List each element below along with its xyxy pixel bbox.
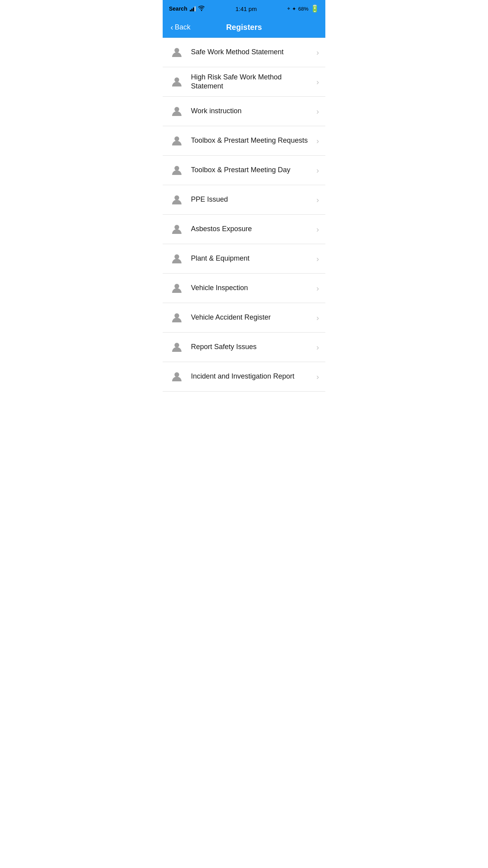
list-item-label: Work instruction <box>191 107 313 116</box>
person-icon <box>169 339 185 355</box>
chevron-right-icon: › <box>316 372 319 381</box>
person-icon <box>169 133 185 149</box>
person-icon <box>169 103 185 119</box>
list-item[interactable]: Vehicle Accident Register› <box>163 303 325 333</box>
svg-point-3 <box>174 136 179 141</box>
list-item-label: Toolbox & Prestart Meeting Day <box>191 166 313 175</box>
list-item[interactable]: Toolbox & Prestart Meeting Requests› <box>163 126 325 156</box>
nav-bar: ‹ Back Registers <box>163 17 325 38</box>
chevron-right-icon: › <box>316 195 319 204</box>
person-icon <box>169 369 185 384</box>
list-item[interactable]: Vehicle Inspection› <box>163 274 325 303</box>
svg-point-9 <box>174 313 179 318</box>
back-label: Back <box>175 23 191 31</box>
list-item[interactable]: Toolbox & Prestart Meeting Day› <box>163 156 325 185</box>
battery-percent: 68% <box>298 6 308 12</box>
person-icon <box>169 162 185 178</box>
svg-point-7 <box>174 254 179 259</box>
chevron-right-icon: › <box>316 343 319 352</box>
list-item-label: Vehicle Accident Register <box>191 313 313 322</box>
list-item-label: High Risk Safe Work Method Statement <box>191 73 313 91</box>
location-icon: ⌖ <box>287 6 290 12</box>
list-item-label: PPE Issued <box>191 195 313 204</box>
svg-point-8 <box>174 284 179 289</box>
list-item-label: Toolbox & Prestart Meeting Requests <box>191 136 313 145</box>
list-item[interactable]: Plant & Equipment› <box>163 244 325 274</box>
svg-point-4 <box>174 166 179 171</box>
status-carrier: Search <box>169 6 205 12</box>
chevron-right-icon: › <box>316 166 319 175</box>
chevron-right-icon: › <box>316 77 319 86</box>
person-icon <box>169 221 185 237</box>
list-item[interactable]: Report Safety Issues› <box>163 333 325 362</box>
svg-point-10 <box>174 343 179 348</box>
person-icon <box>169 251 185 267</box>
list-item-label: Plant & Equipment <box>191 254 313 263</box>
list-item-label: Safe Work Method Statement <box>191 48 313 57</box>
signal-icon <box>190 6 196 11</box>
chevron-right-icon: › <box>316 48 319 57</box>
chevron-right-icon: › <box>316 254 319 263</box>
chevron-right-icon: › <box>316 284 319 293</box>
list-item-label: Asbestos Exposure <box>191 224 313 234</box>
page-title: Registers <box>226 23 262 32</box>
person-icon <box>169 310 185 326</box>
bluetooth-icon: ✦ <box>292 6 296 12</box>
svg-point-2 <box>174 107 179 112</box>
list-item-label: Incident and Investigation Report <box>191 372 313 381</box>
svg-point-1 <box>174 77 179 82</box>
status-bar: Search 1:41 pm ⌖ ✦ 68% 🔋 <box>163 0 325 17</box>
status-time: 1:41 pm <box>235 6 257 12</box>
list-item[interactable]: Safe Work Method Statement› <box>163 38 325 67</box>
person-icon <box>169 74 185 90</box>
list-item[interactable]: High Risk Safe Work Method Statement› <box>163 67 325 97</box>
status-indicators: ⌖ ✦ 68% 🔋 <box>287 4 319 13</box>
svg-point-0 <box>174 48 179 53</box>
chevron-right-icon: › <box>316 136 319 145</box>
registers-list: Safe Work Method Statement› High Risk Sa… <box>163 38 325 392</box>
list-item[interactable]: Work instruction› <box>163 97 325 126</box>
battery-icon: 🔋 <box>310 4 319 13</box>
person-icon <box>169 280 185 296</box>
list-item[interactable]: Incident and Investigation Report› <box>163 362 325 392</box>
svg-point-6 <box>174 225 179 230</box>
chevron-right-icon: › <box>316 107 319 116</box>
list-item[interactable]: Asbestos Exposure› <box>163 215 325 244</box>
list-item-label: Report Safety Issues <box>191 342 313 351</box>
list-item-label: Vehicle Inspection <box>191 283 313 292</box>
person-icon <box>169 192 185 208</box>
person-icon <box>169 44 185 60</box>
chevron-right-icon: › <box>316 225 319 234</box>
svg-point-11 <box>174 372 179 377</box>
svg-point-5 <box>174 195 179 200</box>
chevron-right-icon: › <box>316 313 319 322</box>
list-item[interactable]: PPE Issued› <box>163 185 325 215</box>
back-button[interactable]: ‹ Back <box>167 20 194 35</box>
wifi-icon <box>198 6 205 12</box>
back-chevron-icon: ‹ <box>171 23 173 32</box>
